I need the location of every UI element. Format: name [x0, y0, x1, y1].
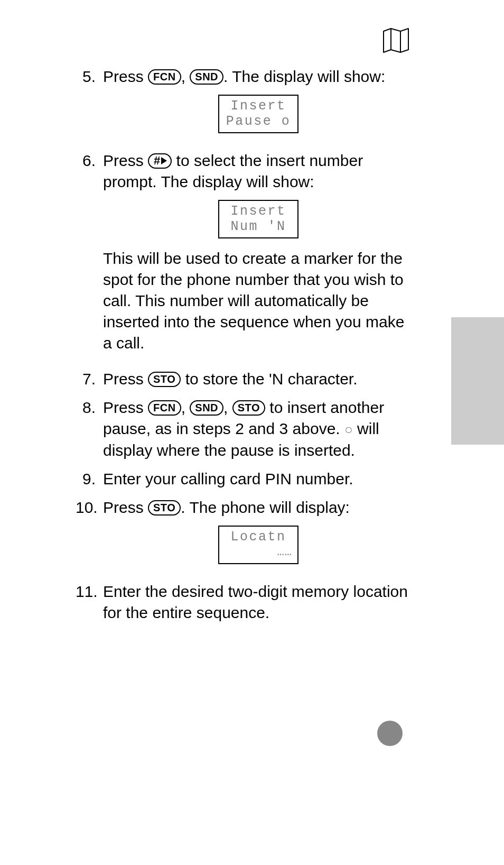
- arrow-right-icon: [161, 157, 167, 164]
- text: . The phone will display:: [181, 499, 350, 516]
- display-line-2: Num 'N: [219, 219, 297, 234]
- pause-dot-char: ○: [344, 421, 353, 437]
- step-number: 9.: [76, 468, 103, 490]
- paragraph: This will be used to create a marker for…: [103, 248, 414, 354]
- step-9: 9. Enter your calling card PIN number.: [76, 468, 414, 490]
- step-number: 10.: [76, 497, 103, 574]
- text: ,: [223, 399, 232, 416]
- step-body: Press FCN, SND, STO to insert another pa…: [103, 397, 414, 461]
- key-sto: STO: [148, 372, 181, 387]
- key-fcn: FCN: [148, 400, 181, 416]
- text: ,: [181, 399, 190, 416]
- text: Enter the desired two-digit memory locat…: [103, 583, 408, 621]
- hash-label: #: [154, 154, 160, 167]
- display-line-1: Insert: [219, 98, 297, 114]
- display-line-1: Insert: [219, 204, 297, 219]
- step-5: 5. Press FCN, SND. The display will show…: [76, 66, 414, 143]
- phone-display: Insert Num 'N: [218, 200, 298, 238]
- key-snd: SND: [190, 400, 223, 416]
- text: . The display will show:: [223, 68, 385, 85]
- step-body: Press STO. The phone will display: Locat…: [103, 497, 414, 574]
- text: Press: [103, 370, 148, 388]
- display-line-2: ……: [219, 545, 297, 560]
- step-7: 7. Press STO to store the 'N character.: [76, 369, 414, 390]
- key-snd: SND: [190, 69, 223, 85]
- step-number: 6.: [76, 150, 103, 361]
- step-number: 8.: [76, 397, 103, 461]
- page-content: 5. Press FCN, SND. The display will show…: [76, 66, 414, 631]
- step-10: 10. Press STO. The phone will display: L…: [76, 497, 414, 574]
- text: Press: [103, 68, 148, 85]
- key-hash: #: [148, 153, 172, 169]
- map-icon: [382, 26, 410, 57]
- key-sto: STO: [148, 500, 181, 516]
- text: Enter your calling card PIN number.: [103, 470, 353, 487]
- page-thumb-tab: [451, 317, 504, 445]
- page-number-dot: [377, 721, 403, 746]
- step-body: Press STO to store the 'N character.: [103, 369, 414, 390]
- text: to store the 'N character.: [181, 370, 357, 388]
- display-line-2: Pause o: [219, 114, 297, 129]
- step-11: 11. Enter the desired two-digit memory l…: [76, 581, 414, 623]
- step-number: 11.: [76, 581, 103, 623]
- text: Press: [103, 499, 148, 516]
- step-number: 7.: [76, 369, 103, 390]
- text: Press: [103, 152, 148, 169]
- step-8: 8. Press FCN, SND, STO to insert another…: [76, 397, 414, 461]
- step-body: Enter the desired two-digit memory locat…: [103, 581, 414, 623]
- text: ,: [181, 68, 190, 85]
- phone-display: Locatn ……: [218, 526, 298, 564]
- text: Press: [103, 399, 148, 416]
- phone-display: Insert Pause o: [218, 95, 298, 133]
- step-body: Press FCN, SND. The display will show: I…: [103, 66, 414, 143]
- key-sto: STO: [232, 400, 265, 416]
- key-fcn: FCN: [148, 69, 181, 85]
- step-number: 5.: [76, 66, 103, 143]
- step-body: Enter your calling card PIN number.: [103, 468, 414, 490]
- step-6: 6. Press # to select the insert number p…: [76, 150, 414, 361]
- display-line-1: Locatn: [219, 529, 297, 545]
- step-body: Press # to select the insert number prom…: [103, 150, 414, 361]
